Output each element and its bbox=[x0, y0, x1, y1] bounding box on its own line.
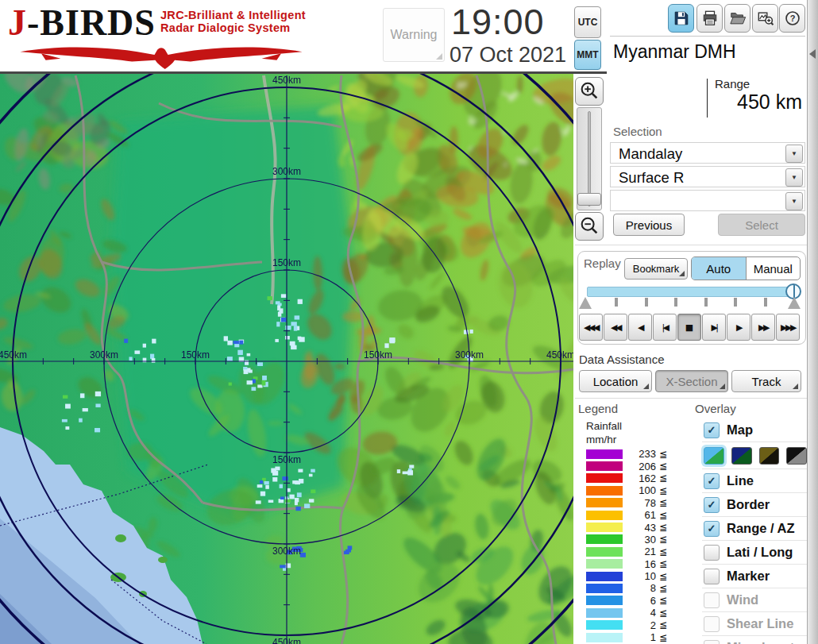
map-style-swatch-1[interactable] bbox=[731, 447, 752, 465]
map-style-swatch-3[interactable] bbox=[786, 447, 807, 465]
radar-map-canvas: 450km300km150km150km300km450km450km300km… bbox=[0, 74, 573, 644]
overlay-row-shear-line[interactable]: Shear Line bbox=[702, 611, 807, 635]
legend-value: 61 bbox=[627, 509, 656, 521]
playback-button-5[interactable]: ▶| bbox=[702, 314, 726, 341]
map-style-swatch-0[interactable] bbox=[704, 447, 724, 465]
svg-text:450km: 450km bbox=[0, 349, 27, 361]
overlay-label-lati-long: Lati / Long bbox=[727, 545, 793, 560]
legend-value: 8 bbox=[627, 582, 656, 594]
bookmark-button[interactable]: Bookmark bbox=[624, 258, 688, 280]
checkbox-border[interactable]: ✓ bbox=[704, 497, 720, 513]
playback-button-0[interactable]: ◀◀◀ bbox=[579, 314, 603, 341]
svg-text:450km: 450km bbox=[272, 637, 301, 644]
checkbox-map[interactable]: ✓ bbox=[704, 422, 720, 438]
playback-button-2[interactable]: ◀ bbox=[628, 314, 652, 341]
legend-swatch bbox=[586, 523, 623, 532]
zoom-in-button[interactable] bbox=[575, 77, 604, 106]
playback-button-8[interactable]: ▶▶▶ bbox=[776, 314, 800, 341]
legend-entry: 43≦ bbox=[586, 521, 673, 533]
printer-icon bbox=[701, 10, 719, 27]
overlay-row-border[interactable]: ✓Border bbox=[702, 492, 807, 516]
help-button[interactable]: ? bbox=[779, 4, 805, 33]
chevron-down-icon[interactable]: ▼ bbox=[785, 192, 803, 210]
radar-map[interactable]: 450km300km150km150km300km450km450km300km… bbox=[0, 74, 573, 644]
legend-suffix: ≦ bbox=[659, 632, 667, 643]
slider-tick bbox=[674, 298, 677, 307]
add-snapshot-button[interactable] bbox=[752, 4, 778, 33]
time-slider-track[interactable] bbox=[587, 287, 800, 297]
svg-text:150km: 150km bbox=[364, 349, 392, 361]
checkbox-microburst[interactable] bbox=[704, 640, 720, 644]
legend-entry: 1≦ bbox=[586, 631, 673, 643]
previous-button[interactable]: Previous bbox=[613, 214, 685, 236]
select-button[interactable]: Select bbox=[718, 214, 805, 236]
location-button[interactable]: Location bbox=[579, 370, 652, 392]
checkbox-wind[interactable] bbox=[704, 592, 720, 608]
svg-text:?: ? bbox=[789, 13, 795, 23]
playback-button-4[interactable]: ■ bbox=[677, 314, 701, 341]
slider-tick bbox=[704, 298, 708, 307]
option-dropdown[interactable]: ▼ bbox=[610, 190, 805, 211]
legend-suffix: ≦ bbox=[659, 485, 667, 496]
overlay-list: ✓Map✓Line✓Border✓Range / AZLati / LongMa… bbox=[702, 418, 807, 644]
utc-button[interactable]: UTC bbox=[574, 6, 601, 38]
product-dropdown[interactable]: Surface R ▼ bbox=[610, 166, 805, 187]
x-section-button[interactable]: X-Section bbox=[655, 370, 728, 392]
checkbox-range-az[interactable]: ✓ bbox=[704, 521, 720, 537]
overlay-row-microburst[interactable]: Microburst bbox=[702, 635, 807, 644]
legend-entry: 16≦ bbox=[586, 558, 673, 570]
checkbox-line[interactable]: ✓ bbox=[704, 473, 720, 489]
overlay-row-line[interactable]: ✓Line bbox=[702, 469, 807, 492]
warning-button[interactable]: Warning bbox=[383, 8, 445, 62]
legend-suffix: ≦ bbox=[659, 534, 667, 545]
overlay-row-marker[interactable]: Marker bbox=[702, 564, 807, 588]
panel-divider bbox=[575, 245, 807, 245]
print-button[interactable] bbox=[696, 4, 723, 33]
legend-entry: 162≦ bbox=[586, 472, 673, 484]
auto-button[interactable]: Auto bbox=[692, 257, 747, 280]
legend-value: 162 bbox=[627, 472, 656, 484]
playback-button-7[interactable]: ▶▶ bbox=[751, 314, 775, 341]
overlay-row-wind[interactable]: Wind bbox=[702, 588, 807, 611]
slider-tick bbox=[734, 298, 737, 307]
checkbox-lati-long[interactable] bbox=[704, 545, 720, 561]
save-button[interactable] bbox=[668, 4, 694, 33]
legend-suffix: ≦ bbox=[659, 619, 667, 631]
legend-swatch bbox=[586, 498, 623, 507]
playback-button-3[interactable]: |◀ bbox=[653, 314, 677, 341]
legend-entry: 100≦ bbox=[586, 484, 673, 496]
legend-suffix: ≦ bbox=[659, 522, 667, 533]
slider-start-marker[interactable] bbox=[579, 297, 592, 309]
zoom-slider-handle[interactable] bbox=[577, 193, 601, 206]
overlay-row-lati-long[interactable]: Lati / Long bbox=[702, 540, 807, 564]
site-dropdown[interactable]: Mandalay ▼ bbox=[610, 142, 805, 164]
track-button[interactable]: Track bbox=[731, 370, 801, 392]
legend-entry: 8≦ bbox=[586, 582, 673, 594]
mmt-button[interactable]: MMT bbox=[574, 40, 601, 70]
open-folder-button[interactable] bbox=[724, 4, 750, 33]
overlay-label-wind: Wind bbox=[727, 592, 758, 607]
floppy-icon bbox=[673, 10, 690, 27]
checkbox-marker[interactable] bbox=[704, 569, 720, 584]
overlay-row-range-az[interactable]: ✓Range / AZ bbox=[702, 516, 807, 540]
svg-text:150km: 150km bbox=[181, 349, 210, 361]
clock-date: 07 Oct 2021 bbox=[450, 43, 566, 67]
replay-label: Replay bbox=[584, 256, 621, 270]
map-style-swatch-2[interactable] bbox=[759, 447, 780, 465]
zoom-out-button[interactable] bbox=[575, 212, 604, 241]
legend-swatch bbox=[586, 486, 623, 496]
chevron-down-icon[interactable]: ▼ bbox=[785, 168, 803, 187]
manual-button[interactable]: Manual bbox=[747, 257, 801, 280]
slider-end-marker[interactable] bbox=[788, 297, 801, 309]
open-folder-icon bbox=[729, 10, 747, 27]
panel-collapse-handle[interactable] bbox=[807, 0, 818, 644]
legend-value: 4 bbox=[627, 607, 656, 619]
legend-swatch bbox=[586, 608, 623, 618]
checkbox-shear-line[interactable] bbox=[704, 616, 720, 632]
chevron-down-icon[interactable]: ▼ bbox=[785, 145, 803, 163]
playback-button-6[interactable]: ▶ bbox=[727, 314, 750, 341]
svg-text:300km: 300km bbox=[272, 546, 301, 557]
jbirds-app: J-BIRDS JRC-Brilliant & Intelligent Rada… bbox=[0, 0, 818, 644]
playback-button-1[interactable]: ◀◀ bbox=[604, 314, 627, 341]
overlay-row-map[interactable]: ✓Map bbox=[702, 418, 807, 442]
